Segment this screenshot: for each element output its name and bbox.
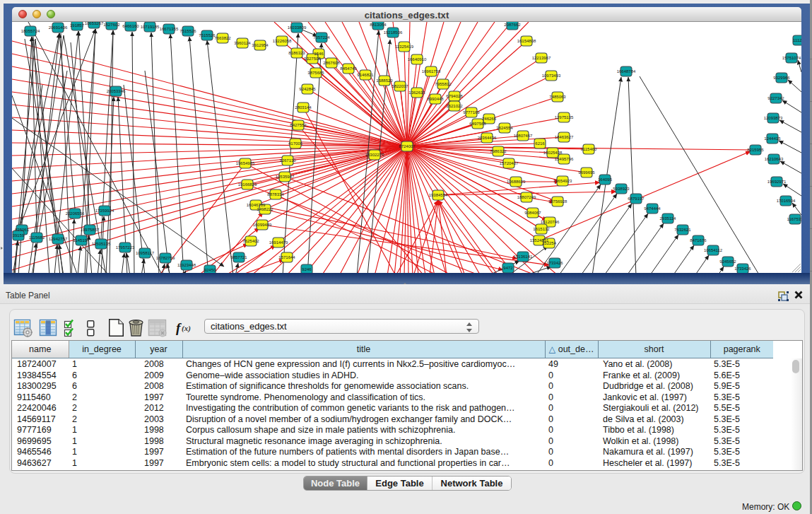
svg-text:12213967: 12213967	[532, 56, 551, 60]
svg-text:7986322: 7986322	[490, 149, 507, 153]
svg-text:10653267: 10653267	[85, 22, 104, 25]
svg-text:9084067: 9084067	[524, 211, 541, 215]
svg-text:8215955: 8215955	[747, 148, 764, 152]
svg-text:7357224: 7357224	[313, 35, 330, 40]
svg-text:20364436: 20364436	[478, 136, 497, 140]
svg-text:11325419: 11325419	[395, 45, 414, 49]
svg-text:92450: 92450	[204, 268, 216, 272]
svg-text:3875685: 3875685	[307, 71, 324, 75]
svg-text:2935114: 2935114	[660, 216, 677, 221]
svg-text:6466160: 6466160	[122, 24, 139, 28]
svg-text:15302275: 15302275	[365, 153, 384, 157]
svg-text:7515526: 7515526	[199, 33, 216, 37]
svg-text:1244415: 1244415	[764, 136, 781, 141]
svg-text:7663822: 7663822	[214, 36, 231, 40]
svg-text:7515526: 7515526	[180, 29, 196, 33]
svg-text:16120746: 16120746	[541, 220, 560, 224]
svg-text:6497568: 6497568	[469, 122, 486, 126]
svg-text:15751074: 15751074	[782, 56, 801, 60]
svg-text:15495796: 15495796	[555, 157, 574, 161]
svg-text:16099489: 16099489	[253, 223, 272, 227]
svg-text:1145194: 1145194	[73, 238, 90, 243]
svg-text:9857721: 9857721	[230, 255, 247, 259]
svg-text:3267130: 3267130	[279, 158, 296, 163]
svg-text:8471676: 8471676	[690, 238, 707, 243]
svg-text:9115460: 9115460	[581, 147, 598, 151]
svg-text:8427552: 8427552	[290, 123, 307, 127]
svg-text:11923448: 11923448	[177, 263, 196, 267]
svg-text:18807249: 18807249	[517, 195, 536, 199]
svg-text:10756928: 10756928	[548, 199, 567, 204]
svg-text:9242845: 9242845	[299, 87, 316, 91]
svg-text:16640910: 16640910	[408, 57, 427, 62]
svg-text:20053346: 20053346	[107, 89, 126, 93]
svg-text:16154808: 16154808	[517, 39, 536, 43]
svg-text:9777169: 9777169	[463, 110, 480, 115]
svg-text:16961758: 16961758	[422, 69, 441, 74]
svg-text:15720407: 15720407	[500, 161, 519, 165]
svg-text:1588520: 1588520	[376, 78, 393, 83]
svg-text:19975857: 19975857	[81, 228, 100, 232]
svg-text:835061: 835061	[15, 228, 30, 232]
svg-text:191857: 191857	[70, 23, 85, 28]
svg-text:10973493: 10973493	[542, 74, 561, 78]
svg-text:1527602: 1527602	[103, 23, 120, 27]
svg-text:10807467: 10807467	[514, 134, 533, 138]
svg-text:20691406: 20691406	[49, 25, 68, 30]
svg-text:1498222: 1498222	[257, 207, 273, 211]
svg-text:19692971: 19692971	[767, 180, 787, 184]
svg-text:17016504: 17016504	[777, 199, 796, 203]
svg-text:16782759: 16782759	[156, 256, 175, 260]
svg-text:(x): (x)	[182, 324, 191, 333]
svg-text:252254: 252254	[542, 241, 557, 245]
svg-text:8454749: 8454749	[340, 66, 357, 71]
svg-text:12942757: 12942757	[49, 237, 68, 241]
svg-text:1546: 1546	[314, 52, 324, 56]
svg-text:18055724: 18055724	[21, 29, 40, 33]
svg-text:10719185: 10719185	[141, 25, 160, 29]
svg-text:13535947: 13535947	[276, 175, 295, 179]
svg-text:6879197: 6879197	[628, 197, 645, 201]
svg-text:10654112: 10654112	[704, 248, 723, 252]
svg-text:9329966: 9329966	[773, 76, 790, 80]
svg-text:17359924: 17359924	[95, 209, 114, 213]
svg-text:11123: 11123	[793, 38, 801, 42]
svg-text:746266: 746266	[482, 117, 497, 121]
svg-text:18463627: 18463627	[555, 135, 574, 139]
svg-text:9246: 9246	[302, 267, 312, 271]
svg-text:7955812: 7955812	[435, 82, 452, 86]
svg-text:7632621: 7632621	[674, 228, 691, 232]
svg-text:1571644: 1571644	[278, 255, 295, 259]
svg-text:8813054: 8813054	[370, 23, 387, 27]
svg-text:16914479: 16914479	[269, 240, 288, 245]
svg-text:7625402: 7625402	[242, 239, 259, 243]
svg-text:2087662: 2087662	[504, 23, 521, 27]
svg-text:20206556: 20206556	[66, 211, 85, 216]
svg-text:3960124: 3960124	[234, 41, 251, 45]
svg-text:5938923: 5938923	[613, 187, 630, 191]
svg-text:6794028: 6794028	[446, 94, 463, 98]
svg-text:9146821: 9146821	[357, 73, 374, 77]
svg-text:3624554: 3624554	[496, 126, 513, 130]
svg-text:12975135: 12975135	[555, 115, 574, 119]
svg-text:417006: 417006	[288, 141, 303, 146]
svg-text:16033809: 16033809	[288, 25, 307, 30]
svg-text:9245652: 9245652	[719, 259, 736, 264]
svg-text:12505135: 12505135	[92, 242, 111, 246]
svg-text:19166829: 19166829	[238, 182, 257, 187]
svg-text:9474444: 9474444	[644, 206, 661, 211]
svg-text:17957223: 17957223	[116, 245, 135, 250]
svg-text:12093873: 12093873	[764, 116, 783, 120]
svg-text:10025438: 10025438	[543, 151, 563, 155]
svg-text:1167533: 1167533	[787, 217, 801, 221]
svg-text:8878334: 8878334	[267, 192, 284, 197]
svg-text:9227342: 9227342	[767, 96, 784, 100]
svg-text:1733426: 1733426	[546, 261, 563, 265]
svg-text:9699695: 9699695	[578, 170, 595, 175]
svg-text:9472: 9472	[503, 266, 513, 270]
svg-text:5822037: 5822037	[392, 84, 408, 88]
svg-text:15136141: 15136141	[514, 255, 533, 259]
svg-text:9327508: 9327508	[304, 57, 321, 61]
svg-text:2867608: 2867608	[323, 61, 340, 65]
svg-text:3912954: 3912954	[252, 43, 269, 47]
